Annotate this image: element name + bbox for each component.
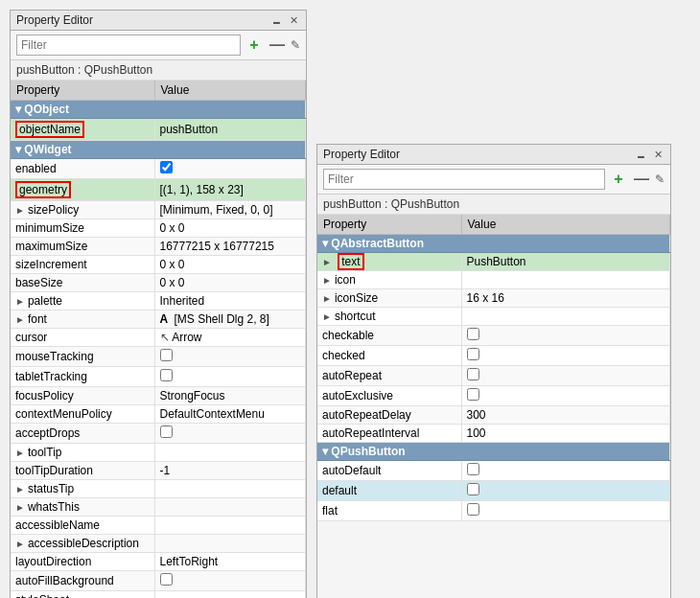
prop-autofillbg-value[interactable] [154,571,306,591]
table-row[interactable]: ►icon [317,271,670,289]
prop-contextmenupolicy-value[interactable]: DefaultContextMenu [154,405,306,424]
table-row[interactable]: default [317,481,670,501]
autofillbg-checkbox[interactable] [160,573,173,586]
acceptdrops-checkbox[interactable] [160,426,173,438]
right-pin-icon[interactable]: ✕ [651,148,665,161]
table-row[interactable]: ►statusTip [11,480,306,498]
table-row[interactable]: maximumSize 16777215 x 16777215 [11,238,306,256]
pin-icon[interactable]: ✕ [287,13,300,27]
table-row[interactable]: ►sizePolicy [Minimum, Fixed, 0, 0] [11,201,306,219]
table-row[interactable]: autoExclusive [317,386,670,406]
table-row[interactable]: accessibleName [11,517,306,535]
table-row[interactable]: geometry [(1, 1), 158 x 23] [11,179,306,201]
prop-enabled-value[interactable] [154,159,306,179]
prop-minimumsize-value[interactable]: 0 x 0 [154,219,306,238]
autorepeat-checkbox[interactable] [467,368,479,380]
text-expand-arrow[interactable]: ► [322,257,332,267]
prop-iconsize-value[interactable]: 16 x 16 [461,289,670,308]
prop-sizeincrement-value[interactable]: 0 x 0 [154,256,306,274]
table-row[interactable]: ►accessibleDescription [11,535,306,553]
prop-icon-value[interactable] [461,271,670,289]
prop-shortcut-value[interactable] [461,308,670,326]
checked-checkbox[interactable] [467,348,479,360]
table-row[interactable]: sizeIncrement 0 x 0 [11,256,306,274]
table-row[interactable]: styleSheet [11,591,306,599]
table-row[interactable]: objectName pushButton [11,119,306,141]
autoexclusive-checkbox[interactable] [467,388,479,401]
table-row[interactable]: checkable [317,326,670,346]
left-remove-button[interactable]: — [268,35,287,55]
table-row[interactable]: autoDefault [317,461,670,481]
prop-tablettracking-value[interactable] [154,367,306,387]
right-add-button[interactable]: + [609,170,628,189]
right-filter-input[interactable] [323,169,605,190]
prop-tooltipduration-value[interactable]: -1 [154,462,306,480]
prop-objectname-value[interactable]: pushButton [154,119,306,141]
table-row[interactable]: enabled [11,159,306,179]
table-row[interactable]: autoRepeatDelay 300 [317,406,670,425]
minimize-icon[interactable]: 🗕 [269,13,283,27]
right-toolbar-settings-icon[interactable]: ✎ [655,172,665,186]
table-row[interactable]: focusPolicy StrongFocus [11,387,306,405]
prop-sizepolicy-value[interactable]: [Minimum, Fixed, 0, 0] [154,201,306,219]
prop-checkable-value[interactable] [461,326,670,346]
table-row[interactable]: flat [317,501,670,521]
prop-mousetracking-value[interactable] [154,347,306,367]
enabled-checkbox[interactable] [160,161,173,173]
flat-checkbox[interactable] [467,503,479,516]
autodefault-checkbox[interactable] [467,463,479,475]
prop-stylesheet-value[interactable] [154,591,306,599]
table-row[interactable]: checked [317,346,670,366]
prop-font-value[interactable]: A [MS Shell Dlg 2, 8] [154,310,306,329]
default-checkbox[interactable] [467,483,479,495]
prop-autorepeat-value[interactable] [461,366,670,386]
right-remove-button[interactable]: — [632,170,651,189]
table-row[interactable]: mouseTracking [11,347,306,367]
table-row[interactable]: toolTipDuration -1 [11,462,306,480]
prop-whatsthis-value[interactable] [154,498,306,517]
left-filter-input[interactable] [16,34,241,56]
prop-cursor-value[interactable]: ↖ Arrow [154,329,306,347]
prop-autorepeatdelay-value[interactable]: 300 [461,406,670,425]
table-row[interactable]: minimumSize 0 x 0 [11,219,306,238]
table-row[interactable]: autoRepeat [317,366,670,386]
prop-accessibledescription-value[interactable] [154,535,306,553]
prop-statustip-value[interactable] [154,480,306,498]
prop-flat-value[interactable] [461,501,670,521]
table-row[interactable]: layoutDirection LeftToRight [11,553,306,571]
checkable-checkbox[interactable] [467,328,479,340]
table-row[interactable]: ►iconSize 16 x 16 [317,289,670,308]
prop-layoutdirection-value[interactable]: LeftToRight [154,553,306,571]
table-row[interactable]: ►whatsThis [11,498,306,517]
prop-text-value[interactable]: PushButton [461,253,670,271]
table-row[interactable]: baseSize 0 x 0 [11,274,306,292]
table-row[interactable]: cursor ↖ Arrow [11,329,306,347]
table-row[interactable]: ► text PushButton [317,253,670,271]
prop-focuspolicy-value[interactable]: StrongFocus [154,387,306,405]
prop-basesize-value[interactable]: 0 x 0 [154,274,306,292]
prop-default-value[interactable] [461,481,670,501]
prop-palette-value[interactable]: Inherited [154,292,306,310]
prop-checked-value[interactable] [461,346,670,366]
table-row[interactable]: ►font A [MS Shell Dlg 2, 8] [11,310,306,329]
tablettracking-checkbox[interactable] [160,369,173,381]
prop-accessiblename-value[interactable] [154,517,306,535]
table-row[interactable]: autoFillBackground [11,571,306,591]
mousetracking-checkbox[interactable] [160,349,173,361]
prop-autodefault-value[interactable] [461,461,670,481]
prop-autorepeatinterval-value[interactable]: 100 [461,425,670,443]
right-minimize-icon[interactable]: 🗕 [634,148,647,161]
table-row[interactable]: ►palette Inherited [11,292,306,310]
table-row[interactable]: contextMenuPolicy DefaultContextMenu [11,405,306,424]
prop-maximumsize-value[interactable]: 16777215 x 16777215 [154,238,306,256]
table-row[interactable]: acceptDrops [11,424,306,444]
prop-autoexclusive-value[interactable] [461,386,670,406]
left-toolbar-settings-icon[interactable]: ✎ [291,38,300,52]
prop-geometry-value[interactable]: [(1, 1), 158 x 23] [154,179,306,201]
table-row[interactable]: ►shortcut [317,308,670,326]
table-row[interactable]: tabletTracking [11,367,306,387]
prop-tooltip-value[interactable] [154,444,306,462]
prop-acceptdrops-value[interactable] [154,424,306,444]
left-add-button[interactable]: + [245,35,264,55]
table-row[interactable]: autoRepeatInterval 100 [317,425,670,443]
